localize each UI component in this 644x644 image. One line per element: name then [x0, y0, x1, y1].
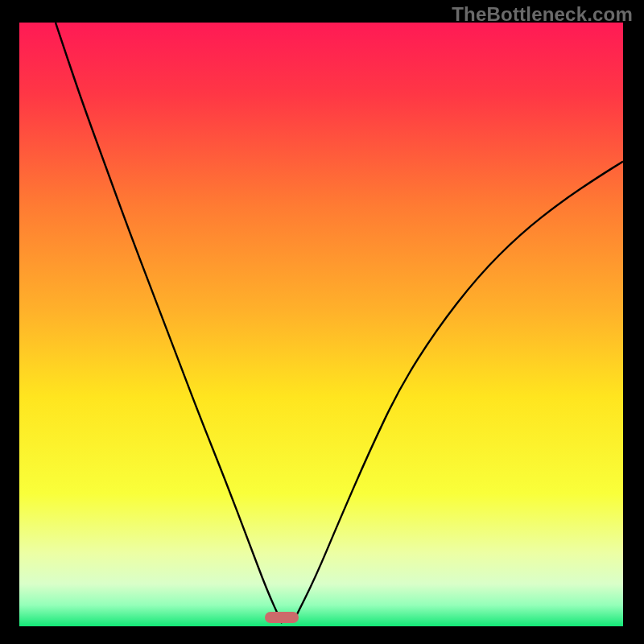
minimum-marker: [265, 612, 299, 623]
plot-area: [19, 23, 623, 626]
chart-stage: TheBottleneck.com: [0, 0, 644, 644]
curve-right-branch: [294, 162, 623, 621]
curve-layer: [19, 23, 623, 626]
curve-left-branch: [56, 23, 282, 623]
